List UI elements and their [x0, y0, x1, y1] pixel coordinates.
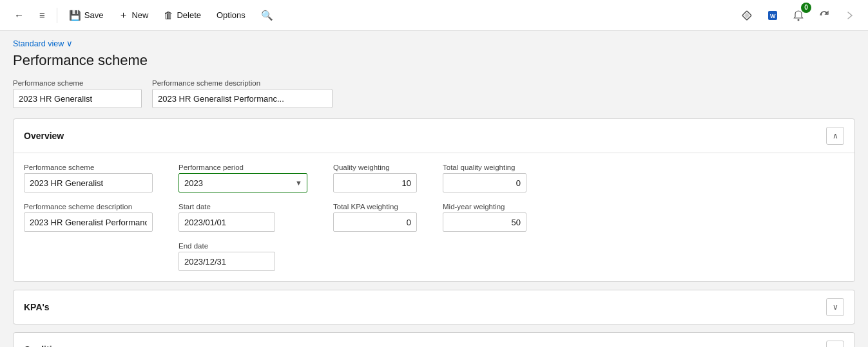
main-content: Standard view ∨ Performance scheme Perfo…: [0, 31, 868, 347]
overview-scheme-label: Performance scheme: [24, 164, 153, 171]
options-button[interactable]: Options: [210, 6, 252, 24]
view-selector[interactable]: Standard view ∨: [13, 39, 855, 48]
overview-section: Overview ∧ Performance scheme Performanc…: [13, 118, 855, 282]
toolbar: ← ≡ 💾 Save ＋ New 🗑 Delete Options 🔍 W: [0, 0, 868, 31]
menu-icon: ≡: [39, 10, 45, 21]
delete-button[interactable]: 🗑 Delete: [157, 6, 207, 24]
overview-total-quality-field: Total quality weighting: [443, 164, 526, 192]
overview-desc-field: Performance scheme description: [24, 203, 153, 232]
back-icon: ←: [14, 10, 24, 21]
overview-end-input[interactable]: [178, 252, 275, 271]
search-button[interactable]: 🔍: [255, 6, 280, 25]
overview-col-4: Total quality weighting Mid-year weighti…: [443, 164, 526, 232]
notification-badge: 0: [801, 3, 811, 13]
delete-icon: 🗑: [164, 10, 173, 21]
kpa-toggle-icon: ∨: [833, 303, 838, 312]
overview-midyear-input[interactable]: [443, 212, 526, 232]
menu-button[interactable]: ≡: [33, 6, 52, 24]
back-button[interactable]: ←: [8, 6, 30, 24]
save-button[interactable]: 💾 Save: [63, 6, 110, 25]
overview-midyear-label: Mid-year weighting: [443, 203, 526, 211]
overview-header[interactable]: Overview ∧: [14, 119, 854, 153]
overview-col-1: Performance scheme Performance scheme de…: [24, 164, 153, 232]
overview-start-label: Start date: [178, 203, 307, 211]
qualities-section: Qualities ∨: [13, 332, 855, 347]
top-scheme-field: Performance scheme: [13, 79, 142, 108]
page-title: Performance scheme: [13, 52, 855, 69]
refresh-icon-button[interactable]: [814, 5, 834, 26]
overview-period-select-wrapper: 2023 ▼: [178, 173, 307, 192]
options-label: Options: [217, 10, 246, 20]
delete-label: Delete: [177, 10, 201, 20]
overview-period-field: Performance period 2023 ▼: [178, 164, 307, 192]
overview-grid: Performance scheme Performance scheme de…: [24, 164, 844, 271]
overview-period-select[interactable]: 2023: [178, 173, 307, 192]
kpa-section: KPA's ∨: [13, 290, 855, 324]
overview-end-label: End date: [178, 242, 307, 250]
qualities-header[interactable]: Qualities ∨: [14, 333, 854, 347]
overview-body: Performance scheme Performance scheme de…: [14, 153, 854, 281]
view-selector-label: Standard view: [13, 39, 64, 48]
overview-quality-input[interactable]: [333, 173, 417, 192]
svg-point-4: [798, 19, 800, 21]
top-description-label: Performance scheme description: [152, 79, 333, 87]
overview-col-2: Performance period 2023 ▼ Start date: [178, 164, 307, 271]
overview-end-field: End date: [178, 242, 307, 271]
word-icon-button[interactable]: W: [762, 5, 783, 26]
toolbar-right: W 0: [737, 5, 860, 26]
notification-icon-button[interactable]: 0: [788, 5, 809, 26]
svg-text:W: W: [770, 13, 776, 19]
overview-start-input[interactable]: [178, 212, 275, 232]
overview-quality-label: Quality weighting: [333, 164, 417, 171]
top-scheme-label: Performance scheme: [13, 79, 142, 87]
search-icon: 🔍: [261, 10, 273, 21]
overview-kpa-input[interactable]: [333, 212, 417, 232]
top-fields: Performance scheme Performance scheme de…: [13, 79, 855, 108]
kpa-header[interactable]: KPA's ∨: [14, 290, 854, 324]
view-selector-icon: ∨: [66, 39, 73, 48]
overview-scheme-input[interactable]: [24, 173, 153, 192]
new-button[interactable]: ＋ New: [112, 5, 155, 25]
top-description-field: Performance scheme description: [152, 79, 333, 108]
new-icon: ＋: [119, 9, 128, 21]
overview-total-quality-label: Total quality weighting: [443, 164, 526, 171]
overview-midyear-field: Mid-year weighting: [443, 203, 526, 232]
top-description-input[interactable]: [152, 89, 333, 108]
overview-desc-input[interactable]: [24, 212, 153, 232]
overview-desc-label: Performance scheme description: [24, 203, 153, 211]
forward-icon-button[interactable]: [840, 5, 860, 26]
overview-toggle-icon: ∧: [833, 131, 838, 140]
kpa-toggle[interactable]: ∨: [826, 298, 844, 316]
overview-kpa-label: Total KPA weighting: [333, 203, 417, 211]
overview-title: Overview: [24, 131, 64, 141]
kpa-title: KPA's: [24, 302, 50, 312]
new-label: New: [131, 10, 148, 20]
qualities-toggle[interactable]: ∨: [826, 341, 844, 347]
overview-start-field: Start date: [178, 203, 307, 232]
save-label: Save: [84, 10, 104, 20]
overview-quality-field: Quality weighting: [333, 164, 417, 192]
svg-rect-1: [744, 12, 749, 17]
overview-period-label: Performance period: [178, 164, 307, 171]
top-scheme-input[interactable]: [13, 89, 142, 108]
overview-scheme-field: Performance scheme: [24, 164, 153, 192]
qualities-title: Qualities: [24, 344, 62, 347]
overview-col-3: Quality weighting Total KPA weighting: [333, 164, 417, 232]
overview-total-quality-input[interactable]: [443, 173, 526, 192]
separator-1: [57, 8, 57, 23]
save-icon: 💾: [69, 10, 81, 21]
overview-kpa-field: Total KPA weighting: [333, 203, 417, 232]
overview-toggle[interactable]: ∧: [826, 127, 844, 145]
diamond-icon-button[interactable]: [737, 5, 757, 26]
